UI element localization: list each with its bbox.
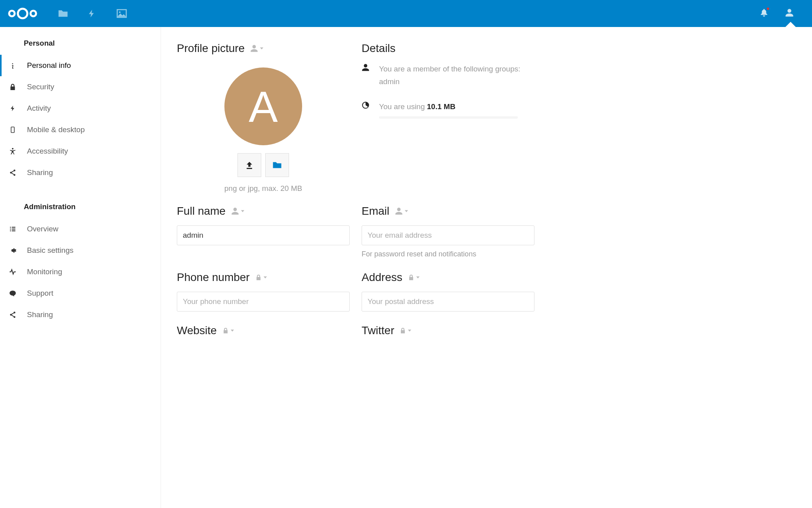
sidebar-item-overview[interactable]: Overview (0, 218, 161, 240)
notifications-icon[interactable] (760, 8, 768, 19)
settings-menu-arrow (785, 22, 796, 27)
profile-picture-scope-toggle[interactable] (250, 44, 264, 52)
upload-icon (245, 161, 254, 169)
contacts-header-icon[interactable] (785, 8, 794, 19)
caret-down-icon (260, 46, 264, 50)
caret-down-icon (241, 209, 245, 213)
bolt-icon (9, 105, 17, 112)
select-from-files-button[interactable] (265, 153, 289, 177)
avatar-hint: png or jpg, max. 20 MB (177, 184, 350, 193)
email-input[interactable] (362, 225, 534, 245)
lock-icon (9, 83, 17, 90)
phone-scope-toggle[interactable] (255, 274, 267, 281)
sidebar-item-mobile-desktop[interactable]: Mobile & desktop (0, 119, 161, 140)
piechart-icon (362, 100, 370, 111)
logo[interactable] (7, 6, 46, 21)
gear-icon (9, 247, 17, 254)
gallery-app-icon[interactable] (117, 8, 127, 19)
sidebar-item-sharing[interactable]: Sharing (0, 162, 161, 183)
sidebar-item-personal-info[interactable]: Personal info (0, 55, 161, 76)
svg-point-8 (18, 9, 27, 18)
sidebar-item-security[interactable]: Security (0, 76, 161, 98)
profile-picture-heading: Profile picture (177, 42, 245, 55)
email-help-text: For password reset and notifications (362, 250, 534, 258)
website-scope-toggle[interactable] (222, 327, 234, 334)
pulse-icon (9, 268, 17, 275)
avatar: A (224, 67, 302, 145)
share-icon (9, 311, 17, 318)
full-name-input[interactable] (177, 225, 350, 245)
sidebar-section-administration: Administration (0, 199, 161, 218)
svg-point-7 (9, 11, 15, 16)
sidebar-item-activity[interactable]: Activity (0, 98, 161, 119)
lock-scope-icon (222, 327, 229, 334)
svg-point-9 (31, 11, 36, 16)
user-icon (362, 63, 370, 73)
files-app-icon[interactable] (58, 8, 68, 19)
lock-scope-icon (255, 274, 262, 281)
sidebar-item-basic-settings[interactable]: Basic settings (0, 240, 161, 261)
notification-dot (766, 7, 770, 10)
content-area: Profile picture A (161, 27, 812, 508)
sidebar-section-personal: Personal (0, 36, 161, 55)
email-scope-toggle[interactable] (395, 207, 408, 215)
phone-input[interactable] (177, 292, 350, 312)
caret-down-icon (408, 329, 412, 333)
contacts-scope-icon (250, 44, 258, 52)
full-name-scope-toggle[interactable] (231, 207, 245, 215)
activity-app-icon[interactable] (87, 8, 98, 19)
email-label: Email (362, 205, 389, 217)
sidebar-item-monitoring[interactable]: Monitoring (0, 261, 161, 283)
caret-down-icon (404, 209, 408, 213)
address-label: Address (362, 271, 402, 284)
storage-text: You are using 10.1 MB (379, 100, 518, 119)
settings-sidebar: Personal Personal info Security Activity… (0, 27, 161, 508)
phone-icon (9, 126, 17, 134)
sidebar-item-admin-sharing[interactable]: Sharing (0, 304, 161, 325)
twitter-scope-toggle[interactable] (400, 327, 412, 334)
lock-scope-icon (408, 274, 414, 281)
caret-down-icon (230, 329, 234, 333)
sidebar-item-support[interactable]: Support (0, 283, 161, 304)
full-name-label: Full name (177, 205, 226, 217)
address-input[interactable] (362, 292, 534, 312)
contacts-scope-icon (231, 207, 239, 215)
lock-scope-icon (400, 327, 406, 334)
upload-avatar-button[interactable] (237, 153, 261, 177)
folder-icon (272, 160, 282, 170)
website-label: Website (177, 324, 217, 337)
address-scope-toggle[interactable] (408, 274, 420, 281)
caret-down-icon (263, 275, 267, 279)
list-icon (9, 225, 17, 233)
sidebar-item-accessibility[interactable]: Accessibility (0, 140, 161, 162)
details-heading: Details (362, 42, 396, 55)
twitter-label: Twitter (362, 324, 394, 337)
phone-label: Phone number (177, 271, 250, 284)
contacts-scope-icon (395, 207, 403, 215)
caret-down-icon (416, 275, 420, 279)
share-icon (9, 169, 17, 176)
storage-progress-bar (379, 116, 518, 119)
info-icon (9, 61, 17, 70)
chat-icon (9, 290, 17, 297)
groups-text: You are a member of the following groups… (379, 63, 520, 89)
top-header (0, 0, 812, 27)
accessibility-icon (9, 148, 17, 155)
